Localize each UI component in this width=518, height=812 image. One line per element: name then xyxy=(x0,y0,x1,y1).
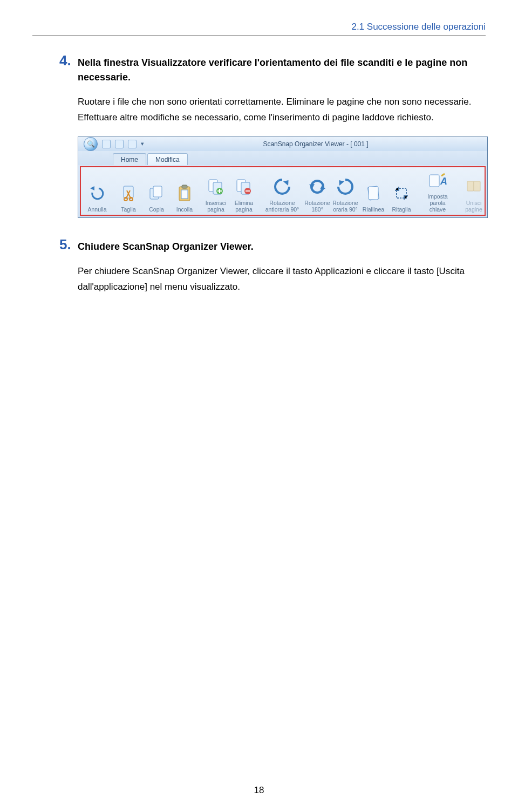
ribbon-inserisci-pagina-label: Inserisci pagina xyxy=(206,200,227,213)
svg-rect-6 xyxy=(182,185,187,188)
step-5-title: Chiudere ScanSnap Organizer Viewer. xyxy=(78,236,254,254)
rotate-cw-icon xyxy=(336,175,355,198)
ribbon-rotazione-antioraria-button[interactable]: Rotazione antioraria 90° xyxy=(261,169,303,214)
cut-icon xyxy=(119,182,138,204)
titlebar: 🔍 ▾ ScanSnap Organizer Viewer - [ 001 ] xyxy=(78,137,487,151)
tab-modifica[interactable]: Modifica xyxy=(147,153,188,165)
ribbon-elimina-pagina-label: Elimina pagina xyxy=(235,200,253,213)
undo-icon xyxy=(87,182,107,204)
ribbon-rotazione-oraria-button[interactable]: Rotazione oraria 90° xyxy=(331,169,359,214)
tab-home[interactable]: Home xyxy=(113,153,146,165)
qat-redo-icon[interactable] xyxy=(128,140,137,148)
ribbon-incolla-label: Incolla xyxy=(176,206,193,213)
step-5-number: 5. xyxy=(59,236,78,254)
ribbon-copia-label: Copia xyxy=(149,206,163,213)
svg-rect-17 xyxy=(430,175,439,187)
ribbon-unisci-pagine-label: Unisci pagine xyxy=(465,200,482,213)
ribbon-annulla-label: Annulla xyxy=(87,206,106,213)
quick-access-toolbar: 🔍 ▾ xyxy=(78,137,144,151)
step-5: 5. Chiudere ScanSnap Organizer Viewer. xyxy=(59,236,486,254)
step-5-body: Per chiudere ScanSnap Organizer Viewer, … xyxy=(78,264,486,295)
svg-rect-20 xyxy=(474,181,480,191)
copy-icon xyxy=(147,182,166,204)
step-4: 4. Nella finestra Visualizzatore verific… xyxy=(59,52,486,85)
ribbon-rotazione-180-label: Rotazione 180° xyxy=(304,200,330,213)
svg-rect-19 xyxy=(467,181,474,191)
ribbon-rotazione-antioraria-label: Rotazione antioraria 90° xyxy=(265,200,299,213)
ribbon-rotazione-oraria-label: Rotazione oraria 90° xyxy=(332,200,358,213)
app-orb-icon[interactable]: 🔍 xyxy=(84,137,98,151)
merge-pages-icon xyxy=(464,175,483,198)
svg-rect-4 xyxy=(153,186,162,197)
svg-text:A: A xyxy=(440,176,447,187)
qat-undo-icon[interactable] xyxy=(115,140,124,148)
rotate-ccw-icon xyxy=(272,175,292,198)
window-title: ScanSnap Organizer Viewer - [ 001 ] xyxy=(144,140,487,148)
rotate-180-icon xyxy=(308,175,327,198)
insert-page-icon xyxy=(206,175,226,198)
step-4-body: Ruotare i file che non sono orientati co… xyxy=(78,94,486,126)
crop-icon xyxy=(392,182,411,204)
ribbon-copia-button[interactable]: Copia xyxy=(142,169,171,214)
step-4-title: Nella finestra Visualizzatore verificare… xyxy=(78,52,486,85)
deskew-icon xyxy=(364,182,383,204)
ribbon-unisci-pagine-button[interactable]: Unisci pagine xyxy=(460,169,488,214)
qat-save-icon[interactable] xyxy=(102,140,111,148)
paste-icon xyxy=(175,182,194,204)
ribbon-taglia-label: Taglia xyxy=(121,206,135,213)
ribbon-rotazione-180-button[interactable]: Rotazione 180° xyxy=(303,169,331,214)
ribbon-annulla-button[interactable]: Annulla xyxy=(83,169,111,214)
delete-page-icon xyxy=(234,175,254,198)
ribbon-tabs: Home Modifica xyxy=(78,151,487,165)
ribbon-incolla-button[interactable]: Incolla xyxy=(171,169,199,214)
ribbon-inserisci-pagina-button[interactable]: Inserisci pagina xyxy=(202,169,230,214)
ribbon-ritaglia-label: Ritaglia xyxy=(392,206,411,213)
ribbon-elimina-pagina-button[interactable]: Elimina pagina xyxy=(230,169,258,214)
svg-rect-0 xyxy=(124,186,133,198)
ribbon-highlighted: Annulla Taglia Copia xyxy=(80,166,486,216)
ribbon-imposta-parola-button[interactable]: A Imposta parola chiave xyxy=(419,169,456,214)
ribbon-riallinea-label: Riallinea xyxy=(363,206,384,213)
ribbon-ritaglia-button[interactable]: Ritaglia xyxy=(387,169,415,214)
ribbon-riallinea-button[interactable]: Riallinea xyxy=(359,169,387,214)
svg-rect-7 xyxy=(181,190,188,199)
ribbon-taglia-button[interactable]: Taglia xyxy=(114,169,142,214)
step-4-number: 4. xyxy=(59,52,78,85)
app-window: 🔍 ▾ ScanSnap Organizer Viewer - [ 001 ] … xyxy=(78,137,488,218)
keyword-icon: A xyxy=(428,170,447,192)
screenshot-viewer-ribbon: 🔍 ▾ ScanSnap Organizer Viewer - [ 001 ] … xyxy=(78,137,486,218)
page-number: 18 xyxy=(0,785,518,796)
header-breadcrumb: 2.1 Successione delle operazioni xyxy=(32,22,486,36)
ribbon-imposta-parola-label: Imposta parola chiave xyxy=(421,193,454,213)
svg-rect-15 xyxy=(369,187,378,200)
